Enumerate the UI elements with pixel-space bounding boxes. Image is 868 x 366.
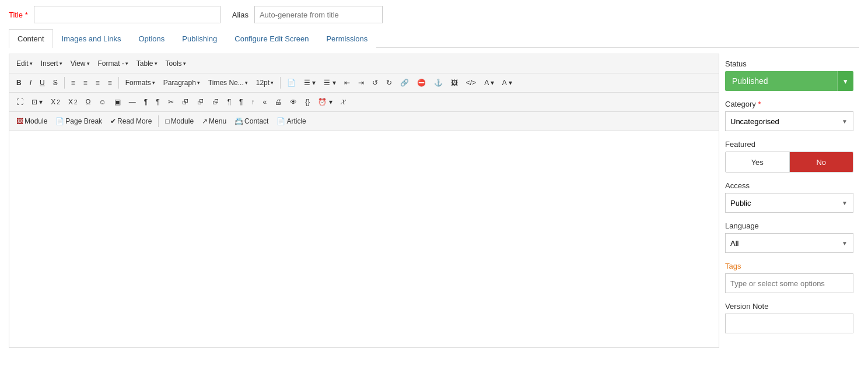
blockquote2-button[interactable]: «: [260, 95, 271, 109]
emoji-button[interactable]: ☺: [95, 95, 109, 109]
table-insert-button[interactable]: ⊡ ▾: [28, 95, 46, 109]
align-justify-button[interactable]: ≡: [104, 76, 116, 90]
read-more-icon: ✔: [110, 117, 116, 125]
subscript-button[interactable]: X2: [47, 95, 64, 109]
tools-menu-button[interactable]: Tools ▾: [162, 57, 190, 71]
fullscreen-button[interactable]: ⛶: [13, 95, 27, 109]
tags-input[interactable]: [725, 273, 853, 293]
unlink-button[interactable]: ⛔: [414, 76, 429, 90]
font-arrow: ▾: [245, 80, 248, 86]
ordered-list-button[interactable]: ☰ ▾: [320, 76, 339, 90]
align-left-button[interactable]: ≡: [68, 76, 79, 90]
paste-text-button[interactable]: ⮺: [209, 95, 223, 109]
access-select[interactable]: Public: [725, 193, 853, 213]
underline-button[interactable]: U: [36, 76, 48, 90]
toolbar-row1: Edit ▾ Insert ▾ View ▾ Format - ▾ Table: [9, 54, 719, 73]
tab-content[interactable]: Content: [9, 29, 53, 48]
tab-configure-edit[interactable]: Configure Edit Screen: [226, 29, 317, 48]
language-group: Language All: [725, 221, 853, 253]
paragraph-mark-button[interactable]: ¶: [224, 95, 235, 109]
version-note-group: Version Note: [725, 302, 853, 333]
tab-publishing[interactable]: Publishing: [173, 29, 226, 48]
view-menu-button[interactable]: View ▾: [67, 57, 93, 71]
formats-label: Formats: [125, 79, 151, 87]
special-char-button[interactable]: Ω: [82, 95, 94, 109]
hr-button[interactable]: —: [125, 95, 139, 109]
print-button[interactable]: 🖨: [271, 95, 285, 109]
link-button[interactable]: 🔗: [397, 76, 412, 90]
size-dropdown[interactable]: 12pt ▾: [253, 76, 277, 90]
featured-yes-button[interactable]: Yes: [726, 152, 790, 172]
version-note-input[interactable]: [725, 314, 853, 333]
insert-page-break-button[interactable]: 📄 Page Break: [52, 114, 106, 128]
code-button[interactable]: </>: [463, 76, 480, 90]
editor-content-area[interactable]: [9, 131, 719, 335]
show-invisibles-button[interactable]: ¶: [152, 95, 163, 109]
upload-button[interactable]: ↑: [248, 95, 258, 109]
category-label: Category *: [725, 100, 853, 108]
status-dropdown[interactable]: Published ▾: [725, 71, 853, 91]
font-color-button[interactable]: A ▾: [481, 76, 498, 90]
title-label: Title *: [9, 10, 28, 19]
tab-permissions[interactable]: Permissions: [317, 29, 376, 48]
preview-button[interactable]: 👁: [286, 95, 300, 109]
tools-menu-label: Tools: [166, 59, 182, 68]
font-bg-color-button[interactable]: A ▾: [499, 76, 516, 90]
page-break-icon: 📄: [55, 117, 64, 125]
size-label: 12pt: [256, 79, 270, 87]
image-icon: 🖼: [16, 117, 23, 125]
source-button[interactable]: {}: [302, 95, 313, 109]
blockquote-button[interactable]: ¶: [236, 95, 246, 109]
bold-button[interactable]: B: [13, 76, 25, 90]
anchor-button[interactable]: ⚓: [430, 76, 446, 90]
insert-menu-arrow: ▾: [60, 61, 62, 66]
paragraph-dropdown[interactable]: Paragraph ▾: [160, 76, 204, 90]
superscript-button[interactable]: X2: [65, 95, 81, 109]
undo-button[interactable]: ↺: [369, 76, 382, 90]
copy-button[interactable]: ⮺: [178, 95, 192, 109]
remove-format-button[interactable]: 𝓧: [337, 95, 349, 109]
insert-read-more-button[interactable]: ✔ Read More: [107, 114, 155, 128]
insert-module-button[interactable]: □ Module: [162, 114, 197, 128]
image-button[interactable]: 🖼: [447, 76, 461, 90]
insert-menu-button[interactable]: Insert ▾: [37, 57, 66, 71]
unordered-list-button[interactable]: ☰ ▾: [300, 76, 319, 90]
title-input[interactable]: [34, 6, 220, 23]
insert-article-button[interactable]: 📄 Article: [273, 114, 309, 128]
edit-menu-button[interactable]: Edit ▾: [13, 57, 36, 71]
strikethrough-button[interactable]: S: [50, 76, 61, 90]
align-center-button[interactable]: ≡: [80, 76, 91, 90]
paste-button[interactable]: ⮺: [194, 95, 208, 109]
show-blocks-button[interactable]: ¶: [141, 95, 151, 109]
font-dropdown[interactable]: Times Ne... ▾: [205, 76, 251, 90]
tab-options[interactable]: Options: [130, 29, 173, 48]
italic-button[interactable]: I: [26, 76, 35, 90]
insert-image-button[interactable]: 🖼 Module: [13, 114, 51, 128]
cut-button[interactable]: ✂: [164, 95, 177, 109]
category-select-wrapper: Uncategorised: [725, 111, 853, 131]
word-count-button[interactable]: 📄: [284, 76, 299, 90]
media-button[interactable]: ▣: [111, 95, 124, 109]
toolbar-row4: 🖼 Module 📄 Page Break ✔ Read More □ Modu…: [9, 112, 719, 131]
access-group: Access Public: [725, 181, 853, 213]
alias-input[interactable]: [254, 6, 383, 23]
format-menu-arrow: ▾: [125, 61, 128, 66]
format-menu-button[interactable]: Format - ▾: [94, 57, 132, 71]
table-menu-button[interactable]: Table ▾: [133, 57, 161, 71]
status-dropdown-arrow[interactable]: ▾: [837, 71, 853, 91]
size-arrow: ▾: [271, 80, 274, 86]
tab-images-links[interactable]: Images and Links: [53, 29, 130, 48]
insert-menu-item-button[interactable]: ↗ Menu: [198, 114, 230, 128]
language-select[interactable]: All: [725, 233, 853, 253]
formats-dropdown[interactable]: Formats ▾: [122, 76, 159, 90]
paragraph-arrow: ▾: [197, 80, 200, 86]
align-right-button[interactable]: ≡: [92, 76, 103, 90]
insert-contact-button[interactable]: 📇 Contact: [231, 114, 272, 128]
indent-button[interactable]: ⇥: [355, 76, 368, 90]
category-select[interactable]: Uncategorised: [725, 111, 853, 131]
featured-no-button[interactable]: No: [790, 152, 853, 172]
outdent-button[interactable]: ⇤: [341, 76, 354, 90]
tags-label: Tags: [725, 262, 853, 270]
timer-button[interactable]: ⏰ ▾: [314, 95, 335, 109]
redo-button[interactable]: ↻: [383, 76, 396, 90]
